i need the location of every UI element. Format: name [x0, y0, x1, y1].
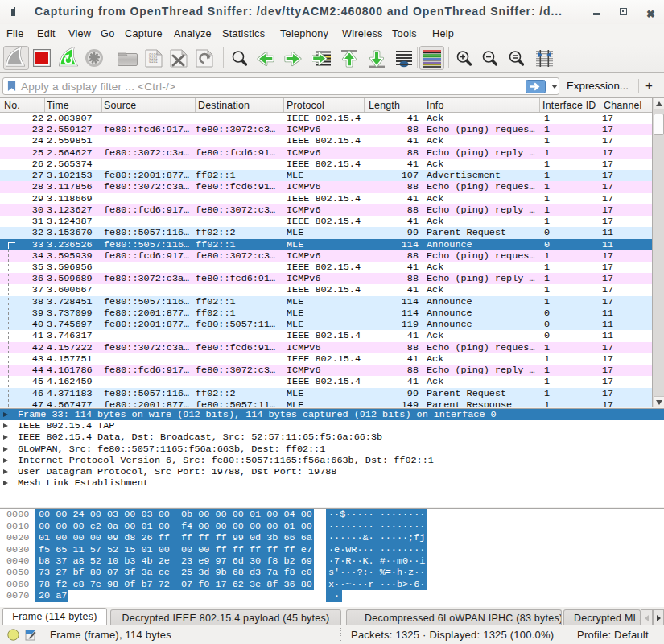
svg-text:0101: 0101 [149, 60, 158, 64]
